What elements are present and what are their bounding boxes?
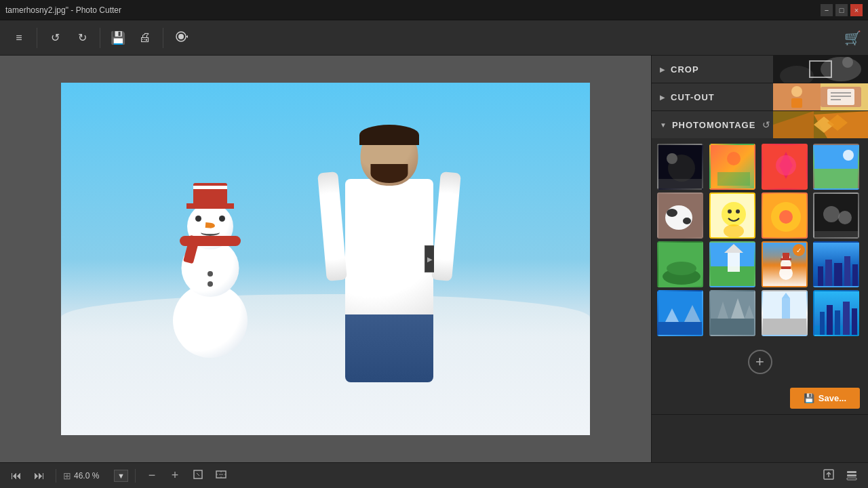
photomontage-thumbnails: ✓ (652, 138, 868, 342)
svg-point-46 (823, 206, 840, 222)
svg-rect-9 (827, 89, 854, 105)
svg-rect-60 (783, 253, 789, 258)
svg-point-1 (178, 34, 184, 39)
svg-rect-85 (827, 305, 833, 336)
fit-view-button[interactable] (189, 466, 208, 485)
thumbnail-16[interactable] (813, 290, 859, 336)
save-button-icon: 💾 (804, 393, 814, 403)
bottom-bar: ⏮ ⏭ ⊞ 46.0 % ▼ − + (0, 462, 868, 488)
close-button[interactable]: × (850, 4, 863, 16)
thumbnail-1[interactable] (657, 144, 703, 190)
svg-point-40 (736, 209, 740, 214)
cutout-section-header[interactable]: ▶ CUT-OUT (652, 83, 868, 110)
svg-point-51 (667, 262, 696, 275)
svg-rect-64 (818, 266, 823, 287)
thumbnail-15[interactable] (762, 290, 808, 336)
svg-point-26 (727, 152, 741, 165)
svg-point-14 (791, 86, 802, 97)
svg-rect-96 (847, 471, 856, 473)
thumbnail-13[interactable] (657, 290, 703, 336)
svg-rect-74 (711, 319, 755, 336)
thumbnail-6[interactable] (709, 192, 755, 239)
photomontage-refresh-button[interactable]: ↺ (762, 119, 770, 130)
maximize-button[interactable]: □ (835, 4, 848, 16)
thumbnail-4[interactable] (813, 144, 859, 190)
menu-button[interactable]: ≡ (7, 26, 31, 50)
thumbnail-2[interactable] (709, 144, 755, 190)
cart-area: 🛒 (844, 30, 861, 46)
minimize-button[interactable]: − (821, 4, 833, 16)
zoom-in-button[interactable]: + (165, 466, 184, 485)
bottom-separator-2 (135, 469, 136, 483)
cutout-preview (773, 83, 868, 110)
thumbnail-12[interactable] (813, 241, 859, 287)
fit-icon (192, 468, 204, 483)
cutout-label: CUT-OUT (671, 92, 715, 102)
save-button[interactable]: 💾 Save... (790, 388, 860, 409)
svg-rect-54 (728, 253, 740, 272)
svg-rect-88 (852, 308, 857, 336)
plus-icon: + (755, 354, 764, 369)
thumbnail-5[interactable] (657, 192, 703, 239)
save-file-icon: 💾 (111, 30, 125, 45)
zoom-percent-label: 46.0 % (74, 471, 111, 481)
thumbnail-8[interactable] (813, 192, 859, 239)
cart-icon: 🛒 (844, 30, 861, 45)
svg-rect-66 (834, 263, 842, 287)
photomontage-section-header[interactable]: ▼ PHOTOMONTAGE ↺ (652, 111, 868, 138)
crop-preview (773, 56, 868, 83)
svg-rect-97 (847, 474, 856, 476)
svg-rect-61 (781, 258, 791, 260)
person (315, 125, 464, 382)
crop-label: CROP (671, 64, 699, 75)
thumbnail-3[interactable] (762, 144, 808, 190)
crop-section: ▶ CROP (652, 56, 868, 83)
cutout-arrow: ▶ (660, 94, 665, 101)
svg-rect-62 (781, 266, 791, 269)
main-content: ▶ ▶ CROP (0, 56, 868, 462)
thumbnail-9[interactable] (657, 241, 703, 287)
layers-button[interactable] (842, 466, 861, 485)
thumbnail-11[interactable]: ✓ (762, 241, 808, 287)
print-button[interactable]: 🖨 (133, 26, 157, 50)
prev-frame-button[interactable]: ⏮ (7, 466, 26, 485)
next-frame-button[interactable]: ⏭ (30, 466, 49, 485)
thumbnail-10[interactable] (709, 241, 755, 287)
svg-rect-98 (847, 478, 856, 480)
window-controls: − □ × (821, 4, 863, 16)
crop-section-header[interactable]: ▶ CROP (652, 56, 868, 83)
add-background-button[interactable]: + (748, 350, 772, 374)
photo-background (61, 83, 590, 435)
undo-icon: ↺ (51, 31, 60, 44)
redo-button[interactable]: ↻ (70, 26, 94, 50)
print-icon: 🖨 (139, 30, 151, 45)
toolbar-separator-1 (37, 28, 37, 48)
export-button[interactable] (819, 466, 838, 485)
zoom-out-button[interactable]: − (142, 466, 161, 485)
photomontage-arrow: ▼ (660, 121, 667, 129)
svg-point-34 (665, 205, 692, 230)
brush-button[interactable] (169, 26, 193, 50)
frame-fit-button[interactable] (212, 466, 231, 485)
svg-point-35 (667, 209, 677, 217)
undo-button[interactable]: ↺ (43, 26, 67, 50)
svg-rect-15 (791, 98, 802, 108)
svg-point-36 (683, 218, 691, 224)
svg-point-38 (722, 202, 746, 226)
panel-toggle-arrow[interactable]: ▶ (425, 245, 434, 272)
redo-icon: ↻ (78, 31, 87, 44)
save-button-label: Save... (818, 393, 846, 403)
svg-point-29 (776, 155, 796, 176)
photomontage-section: ▼ PHOTOMONTAGE ↺ (652, 111, 868, 415)
app-title: tamerhosny2.jpg" - Photo Cutter (5, 5, 121, 15)
canvas-area[interactable]: ▶ (0, 56, 651, 462)
cart-button[interactable]: 🛒 (844, 30, 861, 46)
thumbnail-7[interactable] (762, 192, 808, 239)
save-file-button[interactable]: 💾 (106, 26, 130, 50)
svg-line-90 (197, 473, 199, 476)
zoom-dropdown-button[interactable]: ▼ (114, 470, 128, 482)
prev-icon: ⏮ (11, 470, 22, 482)
photomontage-preview (773, 111, 868, 138)
thumbnail-14[interactable] (709, 290, 755, 336)
svg-point-6 (842, 57, 853, 68)
